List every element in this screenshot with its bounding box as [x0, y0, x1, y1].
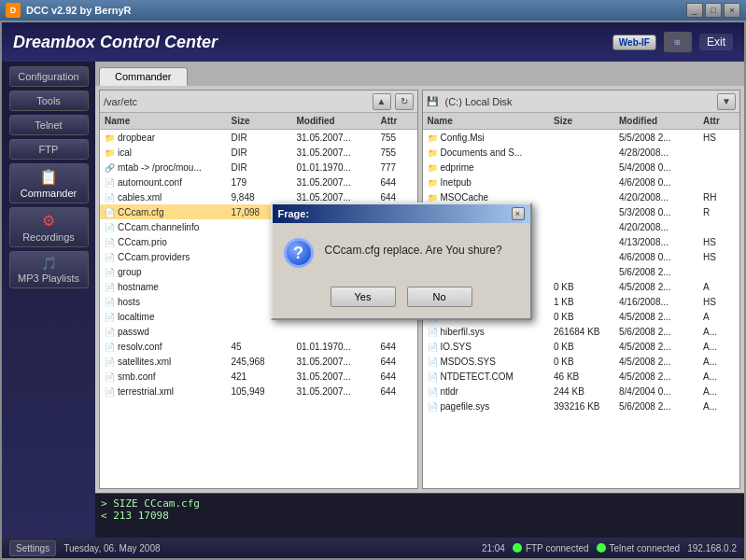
file-name: 📄resolv.conf — [102, 342, 229, 352]
file-name: 📄automount.conf — [102, 177, 229, 188]
settings-button[interactable]: Settings — [9, 540, 56, 556]
tab-commander[interactable]: Commander — [99, 67, 188, 86]
right-file-row[interactable]: 📁Inetpub 4/6/2008 0... — [423, 175, 740, 189]
left-file-row[interactable]: 📁ical DIR 31.05.2007... 755 — [100, 145, 417, 160]
right-drive-dropdown[interactable]: ▼ — [717, 93, 736, 110]
right-file-row[interactable]: 📄MSDOS.SYS 0 KB 4/5/2008 2... A... — [423, 354, 740, 369]
left-file-row[interactable]: 📁dropbear DIR 31.05.2007... 755 — [100, 130, 417, 145]
file-name: 🔗mtab -> /proc/mou... — [102, 162, 229, 173]
file-name: 📄group — [102, 267, 229, 277]
left-header-name: Name — [102, 116, 229, 126]
left-file-row[interactable]: 📄passwd — [100, 324, 417, 339]
file-name: 📁MSOCache — [425, 192, 552, 203]
right-file-row[interactable]: 📁Config.Msi 5/5/2008 2... HS — [423, 130, 740, 145]
file-name: 📄hosts — [102, 297, 229, 307]
maximize-button[interactable]: □ — [705, 3, 722, 18]
right-file-row[interactable]: 📁edprime 5/4/2008 0... — [423, 160, 740, 175]
file-attr: 644 — [378, 371, 415, 382]
sidebar-item-mp3playlists[interactable]: 🎵 MP3 Playlists — [9, 251, 89, 288]
left-header-modified: Modified — [294, 116, 378, 126]
left-file-row[interactable]: 📄resolv.conf 45 01.01.1970... 644 — [100, 339, 417, 354]
dialog-close-button[interactable]: × — [512, 207, 525, 220]
dialog-yes-button[interactable]: Yes — [331, 287, 396, 307]
file-size: 179 — [229, 177, 294, 188]
sidebar-item-recordings[interactable]: ⚙ Recordings — [9, 207, 89, 247]
file-attr: A... — [700, 386, 738, 397]
file-attr: HS — [700, 252, 738, 262]
left-file-row[interactable]: 📄satellites.xml 245,968 31.05.2007... 64… — [100, 354, 417, 369]
left-refresh-button[interactable]: ↻ — [395, 93, 414, 110]
recordings-icon: ⚙ — [42, 212, 55, 230]
app-header: Dreambox Control Center Web-IF ⊞ Exit — [2, 22, 744, 62]
file-attr: 644 — [378, 342, 415, 352]
file-modified: 4/5/2008 2... — [616, 342, 700, 352]
left-list-header: Name Size Modified Attr — [100, 113, 417, 130]
right-file-row[interactable]: 📄hiberfil.sys 261684 KB 5/6/2008 2... A.… — [423, 324, 740, 339]
sidebar-item-ftp[interactable]: FTP — [9, 139, 89, 160]
file-size: 421 — [229, 371, 294, 382]
file-modified: 4/16/2008... — [616, 297, 700, 307]
right-file-row[interactable]: 📄ntldr 244 KB 8/4/2004 0... A... — [423, 384, 740, 399]
minimize-button[interactable]: _ — [686, 3, 703, 18]
file-attr: 777 — [378, 162, 415, 173]
file-size: 393216 KB — [551, 401, 616, 412]
close-button[interactable]: × — [724, 3, 740, 18]
file-attr: A... — [700, 401, 738, 412]
file-name: 📄IO.SYS — [425, 342, 552, 352]
file-attr: 755 — [378, 147, 415, 158]
file-size: 9,848 — [229, 192, 294, 203]
telnet-label: Telnet connected — [610, 543, 681, 553]
file-modified: 5/6/2008 2... — [616, 267, 700, 277]
file-name: 📄pagefile.sys — [425, 401, 552, 412]
ftp-led — [513, 543, 522, 553]
file-attr: A... — [700, 371, 738, 382]
file-attr: 644 — [378, 386, 415, 397]
file-attr: A... — [700, 357, 738, 367]
right-file-row[interactable]: 📁Documents and S... 4/28/2008... — [423, 145, 740, 160]
telnet-led — [597, 543, 606, 553]
webif-button[interactable]: Web-IF — [612, 35, 656, 50]
file-name: 📄CCcam.cfg — [102, 207, 229, 217]
left-path-bar: /var/etc ▲ ↻ — [100, 91, 417, 113]
dialog-no-button[interactable]: No — [407, 287, 472, 307]
left-file-row[interactable]: 🔗mtab -> /proc/mou... DIR 01.01.1970... … — [100, 160, 417, 175]
file-name: 📄MSDOS.SYS — [425, 357, 552, 367]
dialog-title: Frage: — [278, 208, 310, 219]
dialog-titlebar: Frage: × — [273, 204, 530, 223]
dialog-message: CCcam.cfg replace. Are You shure? — [325, 238, 502, 257]
status-time: 21:04 — [482, 543, 505, 553]
right-file-row[interactable]: 📄pagefile.sys 393216 KB 5/6/2008 2... A.… — [423, 399, 740, 413]
sidebar-label-configuration: Configuration — [18, 71, 78, 82]
file-name: 📄CCcam.channelinfo — [102, 222, 229, 232]
app-icon: D — [6, 3, 21, 18]
network-icon: ⊞ — [664, 32, 692, 52]
sidebar: Configuration Tools Telnet FTP 📋 Command… — [2, 62, 95, 538]
exit-button[interactable]: Exit — [699, 34, 733, 50]
file-attr: A — [700, 282, 738, 292]
file-name: 📄smb.conf — [102, 371, 229, 382]
left-file-row[interactable]: 📄automount.conf 179 31.05.2007... 644 — [100, 175, 417, 189]
file-modified: 4/28/2008... — [616, 147, 700, 158]
file-modified: 8/4/2004 0... — [616, 386, 700, 397]
file-size: 0 KB — [551, 312, 616, 322]
sidebar-item-tools[interactable]: Tools — [9, 91, 89, 111]
right-file-row[interactable]: 📄IO.SYS 0 KB 4/5/2008 2... A... — [423, 339, 740, 354]
left-file-row[interactable]: 📄terrestrial.xml 105,949 31.05.2007... 6… — [100, 384, 417, 399]
left-up-button[interactable]: ▲ — [373, 93, 391, 110]
sidebar-item-commander[interactable]: 📋 Commander — [9, 163, 89, 203]
title-bar-left: D DCC v2.92 by BernyR — [6, 3, 132, 18]
log-area: > SIZE CCcam.cfg< 213 17098 — [95, 493, 744, 538]
sidebar-item-telnet[interactable]: Telnet — [9, 115, 89, 135]
file-name: 📁Documents and S... — [425, 147, 552, 158]
sidebar-item-configuration[interactable]: Configuration — [9, 66, 89, 87]
tab-bar: Commander — [95, 62, 744, 86]
file-modified: 31.05.2007... — [294, 177, 378, 188]
file-modified: 31.05.2007... — [294, 192, 378, 203]
file-modified: 5/4/2008 0... — [616, 162, 700, 173]
dialog-content: ? CCcam.cfg replace. Are You shure? — [273, 223, 530, 279]
file-name: 📄CCcam.providers — [102, 252, 229, 262]
left-file-row[interactable]: 📄smb.conf 421 31.05.2007... 644 — [100, 369, 417, 384]
file-size: 45 — [229, 342, 294, 352]
file-modified: 5/6/2008 2... — [616, 327, 700, 337]
right-file-row[interactable]: 📄NTDETECT.COM 46 KB 4/5/2008 2... A... — [423, 369, 740, 384]
